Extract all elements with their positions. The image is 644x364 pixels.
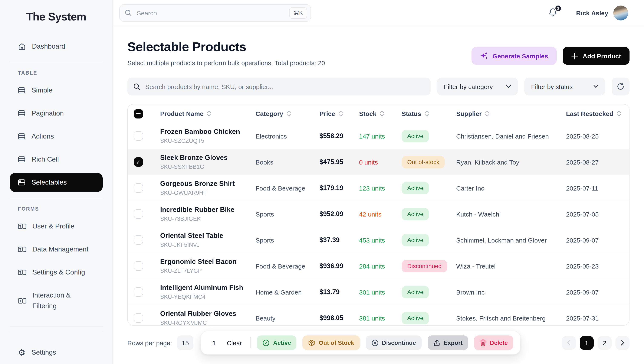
category-cell: Food & Beverage — [256, 262, 320, 270]
select-all-checkbox[interactable] — [134, 109, 143, 118]
page-actions: Generate Samples Add Product — [472, 47, 630, 67]
sidebar-item-settings-config[interactable]: Settings & Config — [10, 263, 103, 282]
sidebar-item-actions[interactable]: Actions — [10, 127, 103, 146]
table-row[interactable]: Gorgeous Bronze Shirt SKU-GWUAR9HT Food … — [128, 175, 629, 201]
price-cell: $13.79 — [320, 288, 359, 296]
filter-category-select[interactable]: Filter by category — [437, 78, 518, 96]
sort-icon — [424, 110, 429, 117]
sidebar-item-selectables[interactable]: Selectables — [10, 173, 103, 192]
product-name: Incredible Rubber Bike — [160, 206, 256, 214]
product-cell: Oriental Steel Table SKU-JKF5INVJ — [160, 232, 256, 248]
chevron-down-icon — [506, 85, 511, 88]
sidebar-divider — [10, 62, 103, 62]
sidebar-item-dashboard[interactable]: Dashboard — [10, 37, 103, 56]
stock-cell: 381 units — [359, 314, 402, 321]
pagination-page-2[interactable]: 2 — [598, 336, 612, 350]
product-search-input[interactable] — [127, 78, 430, 96]
page-header-text: Selectable Products Select multiple prod… — [127, 40, 325, 67]
stock-cell: 284 units — [359, 262, 402, 270]
bulk-delete-button[interactable]: Delete — [474, 335, 513, 350]
table-row[interactable]: Frozen Bamboo Chicken SKU-SZCZUQT5 Elect… — [128, 123, 629, 149]
rows-per-page-select[interactable]: 15 — [177, 335, 193, 350]
button-label: Out of Stock — [319, 339, 354, 346]
pagination-page-1[interactable]: 1 — [580, 336, 594, 350]
refresh-button[interactable] — [612, 78, 630, 96]
table-row[interactable]: Ergonomic Steel Bacon SKU-ZLT7LYGP Food … — [128, 253, 629, 279]
column-header-price[interactable]: Price — [320, 110, 359, 117]
row-checkbox[interactable] — [134, 183, 143, 193]
row-checkbox[interactable] — [134, 261, 143, 271]
bulk-export-button[interactable]: Export — [428, 335, 468, 350]
table-row[interactable]: Intelligent Aluminum Fish SKU-YEQKFMC4 H… — [128, 279, 629, 305]
filter-status-select[interactable]: Filter by status — [524, 78, 605, 96]
column-header-supplier[interactable]: Supplier — [456, 110, 566, 117]
supplier-cell: Brown Inc — [456, 288, 566, 296]
bulk-discontinue-button[interactable]: Discontinue — [366, 335, 422, 350]
stock-cell: 453 units — [359, 236, 402, 244]
restocked-cell: 2025-09-07 — [566, 236, 629, 244]
sort-icon — [485, 110, 490, 117]
sidebar-item-interaction-filtering[interactable]: Interaction & Filtering — [10, 286, 103, 316]
global-search-input[interactable] — [119, 4, 311, 22]
column-header-status[interactable]: Status — [402, 110, 456, 117]
column-header-product-name[interactable]: Product Name — [160, 110, 256, 117]
sort-icon — [286, 110, 291, 117]
product-sku: SKU-ROYXMJMC — [160, 320, 256, 326]
table-row[interactable]: Sleek Bronze Gloves SKU-SSXFBB1G Books $… — [128, 149, 629, 175]
package-icon — [308, 339, 316, 346]
row-checkbox[interactable] — [134, 287, 143, 297]
bulk-activate-button[interactable]: Active — [257, 335, 297, 350]
category-cell: Sports — [256, 236, 320, 244]
product-cell: Ergonomic Steel Bacon SKU-ZLT7LYGP — [160, 258, 256, 274]
sidebar-item-user-profile[interactable]: User & Profile — [10, 217, 103, 236]
table-row[interactable]: Incredible Rubber Bike SKU-73BJIGEK Spor… — [128, 201, 629, 227]
chevron-left-icon — [567, 340, 571, 346]
sidebar-item-pagination[interactable]: Pagination — [10, 104, 103, 123]
restocked-cell: 2025-08-25 — [566, 132, 629, 140]
sidebar-item-label: Pagination — [32, 110, 64, 117]
sidebar-item-data-management[interactable]: Data Management — [10, 240, 103, 259]
add-product-button[interactable]: Add Product — [563, 47, 630, 65]
products-table: Product Name Category Price Stock — [127, 104, 630, 326]
sidebar-item-label: Dashboard — [32, 43, 66, 50]
column-header-stock[interactable]: Stock — [359, 110, 402, 117]
category-cell: Books — [256, 158, 320, 166]
restocked-cell: 2025-08-27 — [566, 158, 629, 166]
shortcut-badge: ⌘K — [290, 7, 307, 19]
notifications-button[interactable]: 3 — [548, 8, 558, 18]
pagination-next-button[interactable] — [616, 336, 630, 350]
filter-label: Filter by category — [444, 83, 493, 90]
check-circle-icon — [262, 339, 270, 346]
column-header-last-restocked[interactable]: Last Restocked — [566, 110, 629, 117]
product-sku: SKU-GWUAR9HT — [160, 190, 256, 196]
row-checkbox[interactable] — [134, 157, 143, 167]
sidebar-item-simple[interactable]: Simple — [10, 81, 103, 100]
column-header-category[interactable]: Category — [256, 110, 320, 117]
row-checkbox[interactable] — [134, 131, 143, 141]
stock-cell: 0 units — [359, 158, 402, 166]
row-checkbox[interactable] — [134, 235, 143, 245]
table-row[interactable]: Oriental Rubber Gloves SKU-ROYXMJMC Beau… — [128, 305, 629, 326]
row-checkbox[interactable] — [134, 313, 143, 323]
category-cell: Food & Beverage — [256, 184, 320, 192]
generate-samples-button[interactable]: Generate Samples — [472, 47, 557, 65]
sidebar-item-label: Simple — [32, 87, 52, 94]
button-label: Discontinue — [382, 339, 416, 346]
supplier-cell: Carter Inc — [456, 184, 566, 192]
pagination-prev-button[interactable] — [562, 336, 576, 350]
sidebar-item-label: Settings & Config — [32, 268, 85, 276]
page-subtitle: Select multiple products to perform bulk… — [127, 59, 325, 67]
bulk-out-of-stock-button[interactable]: Out of Stock — [302, 335, 360, 350]
avatar[interactable] — [613, 5, 628, 20]
clear-selection-button[interactable]: Clear — [224, 339, 245, 346]
chevron-down-icon — [593, 85, 598, 88]
product-name: Frozen Bamboo Chicken — [160, 128, 256, 136]
row-checkbox[interactable] — [134, 209, 143, 219]
column-label: Last Restocked — [566, 110, 613, 117]
sidebar-item-settings[interactable]: ⚙ Settings — [10, 343, 103, 362]
sidebar-item-rich-cell[interactable]: Rich Cell — [10, 150, 103, 169]
table-row[interactable]: Oriental Steel Table SKU-JKF5INVJ Sports… — [128, 227, 629, 253]
button-label: Generate Samples — [492, 52, 548, 60]
table-icon — [18, 179, 26, 186]
price-cell: $952.09 — [320, 210, 359, 218]
